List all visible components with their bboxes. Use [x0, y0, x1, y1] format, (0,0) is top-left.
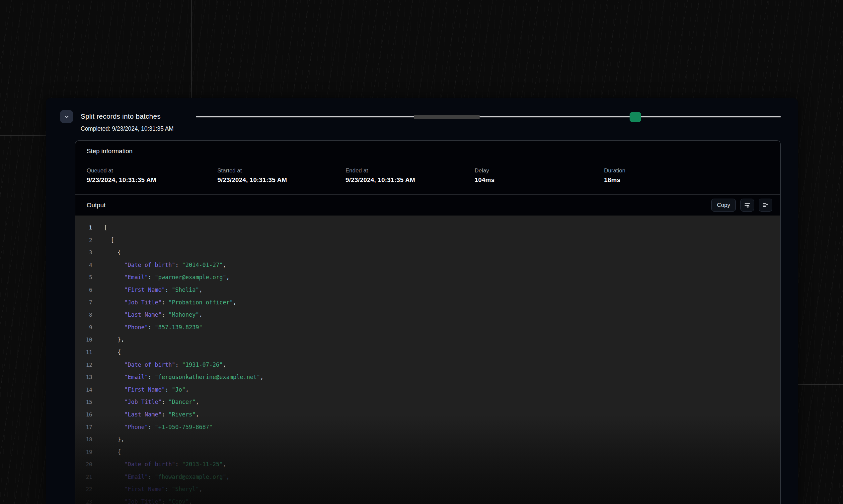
json-punctuation [104, 411, 124, 418]
line-number: 19 [75, 446, 92, 458]
json-punctuation: : [148, 424, 155, 430]
json-punctuation: : [148, 374, 155, 380]
code-text: "Last Name": "Mahoney", [92, 309, 203, 321]
json-punctuation: , [189, 498, 192, 504]
timeline-track[interactable] [196, 116, 780, 118]
line-number: 14 [75, 384, 92, 396]
json-punctuation: : [175, 361, 182, 368]
json-string-value: "Jo" [172, 386, 186, 393]
step-information-title: Step information [87, 147, 133, 155]
collapse-step-button[interactable] [60, 110, 73, 123]
scroll-to-top-icon [762, 202, 769, 209]
code-line: 10 }, [75, 334, 780, 346]
json-punctuation: { [104, 249, 121, 256]
code-line: 22 "First Name": "Sheryl", [75, 483, 780, 496]
code-line: 11 { [75, 346, 780, 359]
screen: Split records into batches Completed: 9/… [0, 0, 843, 504]
json-key: "First Name" [124, 486, 165, 492]
json-punctuation: : [161, 299, 168, 306]
step-run-panel: Split records into batches Completed: 9/… [46, 98, 798, 504]
timeline-handle[interactable] [630, 112, 641, 122]
code-line: 2 [ [75, 234, 780, 247]
json-punctuation: : [175, 461, 182, 468]
code-text: }, [92, 334, 124, 346]
json-punctuation: : [161, 411, 168, 418]
timeline-span-segment [414, 115, 480, 119]
code-text: "Date of birth": "2013-11-25", [92, 458, 226, 471]
meta-label: Queued at [87, 167, 218, 174]
line-number: 17 [75, 421, 92, 434]
json-string-value: "fhoward@example.org" [155, 473, 226, 480]
run-timeline-slider[interactable] [196, 111, 780, 124]
code-text: [ [92, 234, 114, 247]
scroll-to-top-button[interactable] [759, 199, 772, 212]
json-string-value: "Copy" [169, 498, 189, 504]
step-information-header: Step information [75, 141, 780, 162]
code-text: "First Name": "Shelia", [92, 284, 203, 296]
output-code-viewer[interactable]: 1[2 [3 {4 "Date of birth": "2014-01-27",… [75, 216, 780, 504]
code-line: 13 "Email": "fergusonkatherine@example.n… [75, 371, 780, 384]
step-meta-field: Duration18ms [604, 167, 780, 194]
json-key: "First Name" [124, 386, 165, 393]
json-punctuation: , [260, 374, 263, 380]
step-meta-field: Queued at9/23/2024, 10:31:35 AM [87, 167, 218, 194]
json-string-value: "Rivers" [169, 411, 196, 418]
json-punctuation [104, 361, 124, 368]
json-key: "Email" [124, 473, 148, 480]
code-text: "Job Title": "Probation officer", [92, 296, 236, 309]
meta-value: 18ms [604, 176, 780, 184]
json-key: "Job Title" [124, 299, 161, 306]
json-punctuation: }, [104, 436, 124, 443]
background-horizontal-line-left [0, 135, 47, 136]
json-punctuation: , [223, 262, 226, 268]
code-line: 20 "Date of birth": "2013-11-25", [75, 458, 780, 471]
line-number: 22 [75, 483, 92, 496]
code-text: "Email": "pwarner@example.org", [92, 271, 230, 284]
json-punctuation: , [226, 274, 230, 281]
json-punctuation: : [165, 486, 172, 492]
json-punctuation [104, 287, 124, 293]
code-text: "Job Title": "Dancer", [92, 396, 199, 409]
line-number: 8 [75, 309, 92, 321]
json-string-value: "fergusonkatherine@example.net" [155, 374, 260, 380]
code-text: "First Name": "Jo", [92, 384, 189, 396]
line-number: 21 [75, 471, 92, 483]
line-number: 6 [75, 284, 92, 296]
code-text: "Last Name": "Rivers", [92, 409, 199, 421]
copy-output-button[interactable]: Copy [711, 199, 736, 212]
code-line: 1[ [75, 221, 780, 234]
background-vertical-line [191, 0, 191, 99]
json-punctuation [104, 424, 124, 430]
step-meta-field: Delay104ms [475, 167, 604, 194]
json-string-value: "1931-07-26" [182, 361, 223, 368]
meta-value: 9/23/2024, 10:31:35 AM [218, 176, 345, 184]
line-number: 15 [75, 396, 92, 409]
output-header: Output Copy [75, 195, 780, 216]
json-punctuation: , [199, 287, 203, 293]
json-punctuation [104, 324, 124, 330]
meta-label: Duration [604, 167, 780, 174]
json-punctuation [104, 486, 124, 492]
json-punctuation: , [186, 386, 189, 393]
json-string-value: "Mahoney" [169, 311, 199, 318]
line-number: 13 [75, 371, 92, 384]
json-punctuation: , [195, 411, 199, 418]
json-punctuation: : [148, 324, 155, 330]
wrap-lines-icon [744, 202, 751, 209]
json-punctuation [104, 473, 124, 480]
json-punctuation: : [161, 311, 168, 318]
code-text: "Phone": "857.139.8239" [92, 321, 203, 334]
line-number: 2 [75, 234, 92, 247]
json-punctuation [104, 461, 124, 468]
line-number: 10 [75, 334, 92, 346]
line-number: 7 [75, 296, 92, 309]
code-line: 12 "Date of birth": "1931-07-26", [75, 359, 780, 371]
code-line: 8 "Last Name": "Mahoney", [75, 309, 780, 321]
wrap-lines-button[interactable] [740, 199, 754, 212]
json-key: "Date of birth" [124, 361, 175, 368]
code-text: "Email": "fergusonkatherine@example.net"… [92, 371, 263, 384]
output-title: Output [87, 202, 105, 209]
json-punctuation: , [233, 299, 236, 306]
json-punctuation: : [161, 498, 168, 504]
json-punctuation: , [226, 473, 230, 480]
